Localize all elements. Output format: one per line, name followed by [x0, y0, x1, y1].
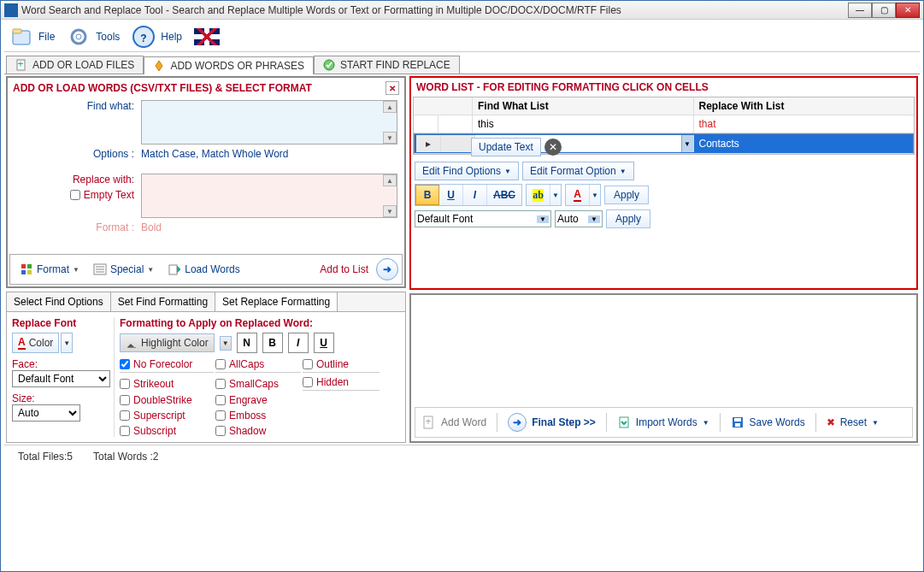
add-to-list-button[interactable]: Add to List: [314, 259, 374, 280]
scroll-up-icon[interactable]: ▲: [383, 101, 397, 113]
normal-button[interactable]: N: [237, 333, 257, 353]
shadow-checkbox[interactable]: Shadow: [215, 425, 301, 437]
svg-rect-9: [21, 264, 26, 268]
subscript-checkbox[interactable]: Subscript: [120, 425, 214, 437]
menu-language[interactable]: [194, 28, 220, 45]
cell-dropdown-icon[interactable]: ▼: [681, 135, 693, 152]
update-text-button[interactable]: Update Text: [471, 138, 541, 156]
wl-strike-button[interactable]: ABC: [487, 185, 521, 205]
table-row[interactable]: this that: [414, 115, 914, 133]
special-dropdown[interactable]: Special▼: [87, 258, 160, 280]
format-label: Format :: [15, 221, 134, 233]
scroll-down-icon[interactable]: ▼: [383, 205, 397, 217]
cell-replace[interactable]: Contacts: [693, 135, 912, 152]
help-icon: ?: [132, 25, 156, 49]
highlight-color-button[interactable]: Highlight Color: [120, 333, 215, 352]
load-words-button[interactable]: Load Words: [162, 258, 245, 280]
emboss-checkbox[interactable]: Emboss: [215, 410, 301, 422]
panel-close-button[interactable]: ✕: [385, 81, 399, 95]
svg-rect-18: [127, 347, 136, 348]
color-button[interactable]: A Color: [12, 333, 59, 353]
font-size-select[interactable]: Auto: [12, 404, 80, 422]
subtab-set-find-formatting[interactable]: Set Find Formatting: [111, 292, 215, 311]
col-find-what: Find What List: [472, 97, 693, 115]
import-words-dropdown[interactable]: Import Words▼: [612, 414, 715, 431]
font-color-icon: A: [574, 188, 581, 202]
add-to-list-arrow-button[interactable]: ➜: [376, 258, 398, 280]
empty-text-checkbox[interactable]: Empty Text: [70, 189, 134, 201]
highlight-icon: ab: [533, 189, 544, 202]
cell-replace[interactable]: that: [693, 115, 915, 133]
scroll-up-icon[interactable]: ▲: [383, 174, 397, 186]
highlight-dropdown[interactable]: ▼: [220, 336, 232, 351]
wl-apply-font-button[interactable]: Apply: [606, 209, 650, 228]
menu-help[interactable]: ? Help: [132, 25, 182, 49]
svg-rect-21: [620, 417, 628, 428]
menu-tools-label: Tools: [96, 31, 120, 43]
bold-button[interactable]: B: [262, 333, 283, 353]
menu-file[interactable]: File: [9, 25, 55, 49]
word-list-title: WORD LIST - FOR EDITING FORMATTING CLICK…: [416, 81, 709, 93]
smallcaps-checkbox[interactable]: SmallCaps: [215, 376, 301, 391]
svg-text:+: +: [17, 59, 23, 70]
check-icon: [323, 59, 335, 71]
add-word-button[interactable]: + Add Word: [417, 414, 491, 431]
maximize-button[interactable]: ▢: [872, 3, 896, 18]
cell-find[interactable]: this: [472, 115, 693, 133]
tab-add-words[interactable]: ADD WORDS OR PHRASES: [144, 56, 314, 74]
format-dropdown[interactable]: Format▼: [14, 258, 85, 280]
font-color-icon: A: [18, 336, 26, 350]
wl-font-select[interactable]: Default Font▼: [415, 210, 551, 227]
hidden-checkbox[interactable]: Hidden: [303, 376, 380, 391]
engrave-checkbox[interactable]: Engrave: [215, 394, 301, 406]
close-button[interactable]: ✕: [896, 3, 920, 18]
doublestrike-checkbox[interactable]: DoubleStrike: [120, 394, 214, 406]
final-step-button[interactable]: ➜ Final Step >>: [503, 411, 601, 433]
svg-text:?: ?: [141, 32, 147, 44]
allcaps-checkbox[interactable]: AllCaps: [215, 358, 301, 373]
wl-apply-format-button[interactable]: Apply: [604, 186, 649, 204]
underline-button[interactable]: U: [314, 333, 334, 353]
superscript-checkbox[interactable]: Superscript: [120, 410, 214, 422]
wl-size-select[interactable]: Auto▼: [555, 210, 603, 227]
wl-fontcolor-dropdown[interactable]: ▼: [590, 185, 600, 205]
edit-find-options-dropdown[interactable]: Edit Find Options▼: [415, 162, 519, 180]
reset-dropdown[interactable]: ✖ Reset▼: [821, 415, 884, 430]
find-what-input[interactable]: ▲ ▼: [141, 100, 397, 144]
wl-highlight-button[interactable]: ab: [527, 185, 550, 205]
tab-add-files[interactable]: + ADD OR LOAD FILES: [6, 56, 144, 74]
italic-button[interactable]: I: [288, 333, 309, 353]
svg-rect-17: [169, 265, 177, 274]
font-face-select[interactable]: Default Font: [12, 370, 110, 387]
list-icon: [93, 262, 107, 276]
strikeout-checkbox[interactable]: Strikeout: [120, 376, 214, 391]
replace-with-input[interactable]: ▲ ▼: [141, 174, 397, 218]
options-value: Match Case, Match Whole Word: [141, 148, 289, 160]
status-bar: Total Files:5 Total Words :2: [4, 445, 920, 468]
wl-italic-button[interactable]: I: [463, 185, 487, 205]
color-dropdown[interactable]: ▼: [61, 333, 73, 353]
wl-bold-button[interactable]: B: [415, 185, 439, 205]
subtab-set-replace-formatting[interactable]: Set Replace Formatting: [215, 292, 338, 311]
svg-point-3: [76, 34, 81, 39]
menubar: File Tools ? Help: [4, 21, 920, 52]
wl-highlight-dropdown[interactable]: ▼: [550, 185, 561, 205]
wl-fontcolor-button[interactable]: A: [566, 185, 590, 205]
subtab-select-find-options[interactable]: Select Find Options: [7, 292, 111, 311]
outline-checkbox[interactable]: Outline: [303, 358, 380, 373]
window-titlebar: Word Search and Replace Tool - Search an…: [1, 1, 923, 20]
scroll-down-icon[interactable]: ▼: [383, 132, 397, 144]
word-list-header: Find What List Replace With List: [414, 97, 914, 115]
edit-format-option-dropdown[interactable]: Edit Format Option▼: [522, 162, 634, 180]
minimize-button[interactable]: —: [848, 3, 872, 18]
tab-start-replace[interactable]: START FIND REPLACE: [314, 56, 460, 74]
plus-page-icon: +: [422, 416, 436, 429]
wl-underline-button[interactable]: U: [439, 185, 463, 205]
menu-tools[interactable]: Tools: [67, 25, 120, 49]
no-forecolor-checkbox[interactable]: No Forecolor: [120, 358, 214, 373]
main-tabstrip: + ADD OR LOAD FILES ADD WORDS OR PHRASES…: [4, 52, 920, 74]
clear-cell-button[interactable]: ✕: [544, 139, 562, 156]
size-label: Size:: [12, 392, 110, 404]
save-words-button[interactable]: Save Words: [726, 414, 810, 431]
right-bottom-toolbar: + Add Word ➜ Final Step >> Import Words▼: [415, 407, 913, 438]
